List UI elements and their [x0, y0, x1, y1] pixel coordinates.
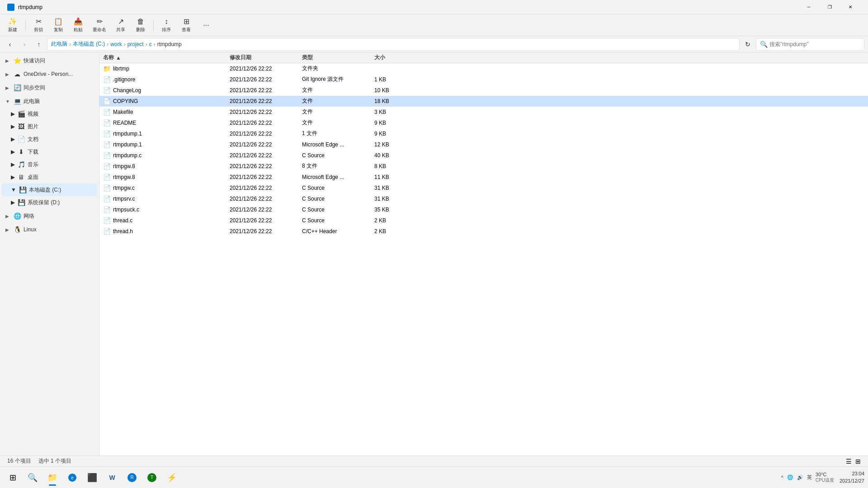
table-row[interactable]: 📄 rtmpgw.8 2021/12/26 22:22 Microsoft Ed… [99, 172, 868, 183]
sidebar-item-linux[interactable]: ▶ 🐧 Linux [2, 223, 97, 236]
table-row[interactable]: 📄 README 2021/12/26 22:22 文件 9 KB [99, 117, 868, 128]
col-header-name[interactable]: 名称 ▲ [99, 54, 226, 61]
file-date-cell: 2021/12/26 22:22 [226, 163, 298, 169]
table-row[interactable]: 📄 rtmpsrv.c 2021/12/26 22:22 C Source 31… [99, 193, 868, 204]
sidebar-group-linux: ▶ 🐧 Linux [0, 223, 99, 236]
sidebar-item-this-pc[interactable]: ▼ 💻 此电脑 [2, 95, 97, 108]
refresh-button[interactable]: ↻ [741, 38, 754, 51]
view-icon: ⊞ [184, 17, 189, 26]
expand-icon: ▶ [11, 161, 15, 168]
expand-icon: ▶ [11, 111, 15, 117]
table-row[interactable]: 📄 thread.c 2021/12/26 22:22 C Source 2 K… [99, 215, 868, 226]
sidebar-item-video[interactable]: ▶ 🎬 视频 [2, 108, 97, 120]
table-row[interactable]: 📄 COPYING 2021/12/26 22:22 文件 18 KB [99, 96, 868, 107]
sidebar-item-quick-access[interactable]: ▶ ⭐ 快速访问 [2, 54, 97, 67]
col-header-size[interactable]: 大小 [371, 54, 407, 61]
sidebar-label-video: 视频 [28, 110, 38, 118]
breadcrumb-local-disk[interactable]: 本地磁盘 (C:) [73, 40, 105, 48]
title-bar: rtmpdump ─ ❐ ✕ [0, 0, 868, 14]
table-row[interactable]: 📄 rtmpgw.c 2021/12/26 22:22 C Source 31 … [99, 183, 868, 193]
sidebar-item-network[interactable]: ▶ 🌐 网络 [2, 210, 97, 222]
taskbar-chevron[interactable]: ^ [781, 475, 783, 480]
table-row[interactable]: 📄 rtmpdump.1 2021/12/26 22:22 Microsoft … [99, 139, 868, 150]
sidebar-item-download[interactable]: ▶ ⬇ 下载 [2, 145, 97, 158]
expand-icon: ▶ [11, 136, 15, 142]
minimize-button[interactable]: ─ [798, 0, 819, 14]
expand-icon: ▼ [5, 99, 11, 104]
sidebar-item-picture[interactable]: ▶ 🖼 图片 [2, 120, 97, 133]
linux-icon: 🐧 [14, 226, 21, 233]
copy-button[interactable]: 📋 复制 [49, 16, 67, 34]
breadcrumb-c[interactable]: c [149, 41, 152, 47]
taskbar-app2[interactable]: T [143, 469, 161, 487]
sort-button[interactable]: ↕ 排序 [157, 16, 175, 34]
file-date-cell: 2021/12/26 22:22 [226, 66, 298, 72]
paste-button[interactable]: 📥 粘贴 [69, 16, 87, 34]
breadcrumb-work[interactable]: work [110, 41, 122, 47]
table-row[interactable]: 📄 rtmpdump.1 2021/12/26 22:22 1 文件 9 KB [99, 128, 868, 139]
rename-label: 重命名 [93, 27, 106, 33]
taskbar-word[interactable]: W [103, 469, 121, 487]
taskbar-clock[interactable]: 23:04 2021/12/27 [840, 470, 864, 484]
table-row[interactable]: 📄 rtmpsuck.c 2021/12/26 22:22 C Source 3… [99, 204, 868, 215]
forward-button[interactable]: › [18, 38, 31, 51]
table-row[interactable]: 📄 rtmpdump.c 2021/12/26 22:22 C Source 4… [99, 150, 868, 161]
file-name: rtmpgw.8 [113, 174, 135, 180]
more-button[interactable]: ··· [197, 16, 215, 34]
table-row[interactable]: 📄 rtmpgw.8 2021/12/26 22:22 8 文件 8 KB [99, 161, 868, 172]
table-row[interactable]: 📁 librtmp 2021/12/26 22:22 文件夹 [99, 63, 868, 74]
share-button[interactable]: ↗ 共享 [112, 16, 130, 34]
table-row[interactable]: 📄 .gitignore 2021/12/26 22:22 Git Ignore… [99, 74, 868, 85]
file-date-cell: 2021/12/26 22:22 [226, 152, 298, 159]
taskbar-terminal[interactable]: ⚡ [163, 469, 181, 487]
taskbar-cmd[interactable]: ⬛ [83, 469, 101, 487]
file-icon: 📄 [103, 163, 110, 170]
list-view-button[interactable]: ☰ [846, 458, 852, 465]
breadcrumb-project[interactable]: project [127, 41, 144, 47]
search-input[interactable] [769, 41, 860, 47]
expand-icon: ▶ [5, 227, 11, 232]
svg-text:e: e [71, 475, 74, 480]
cut-button[interactable]: ✂ 剪切 [29, 16, 47, 34]
back-button[interactable]: ‹ [4, 38, 16, 51]
file-type-cell: Microsoft Edge ... [298, 141, 371, 148]
sidebar-item-desktop[interactable]: ▶ 🖥 桌面 [2, 171, 97, 183]
taskbar-file-explorer[interactable]: 📁 [43, 469, 61, 487]
file-name: rtmpgw.8 [113, 163, 135, 169]
table-row[interactable]: 📄 Makefile 2021/12/26 22:22 文件 3 KB [99, 107, 868, 117]
desktop-icon: 🖥 [18, 174, 25, 181]
file-type-cell: Git Ignore 源文件 [298, 75, 371, 83]
table-row[interactable]: 📄 thread.h 2021/12/26 22:22 C/C++ Header… [99, 226, 868, 237]
up-button[interactable]: ↑ [33, 38, 45, 51]
start-button[interactable]: ⊞ [4, 469, 22, 487]
search-box: 🔍 [756, 38, 864, 51]
new-icon: ✨ [8, 17, 17, 26]
sidebar-item-local-disk-c[interactable]: ▼ 💾 本地磁盘 (C:) [2, 183, 97, 196]
table-row[interactable]: 📄 ChangeLog 2021/12/26 22:22 文件 10 KB [99, 85, 868, 96]
new-button[interactable]: ✨ 新建 [4, 16, 22, 34]
view-button[interactable]: ⊞ 查看 [177, 16, 195, 34]
sidebar-item-sync[interactable]: ▶ 🔄 同步空间 [2, 81, 97, 94]
detail-view-button[interactable]: ⊞ [855, 458, 861, 465]
taskbar-edge[interactable]: e [63, 469, 81, 487]
sidebar-item-music[interactable]: ▶ 🎵 音乐 [2, 158, 97, 171]
restore-button[interactable]: ❐ [819, 0, 840, 14]
taskbar-app1[interactable]: R [123, 469, 141, 487]
rename-button[interactable]: ✏ 重命名 [89, 16, 110, 34]
sidebar-item-system-reserve[interactable]: ▶ 💾 系统保留 (D:) [2, 196, 97, 209]
breadcrumb-this-pc[interactable]: 此电脑 [51, 40, 67, 48]
toolbar-sep-1 [25, 20, 26, 31]
col-header-date[interactable]: 修改日期 [226, 54, 298, 61]
delete-button[interactable]: 🗑 删除 [132, 16, 150, 34]
file-type-cell: 文件夹 [298, 65, 371, 72]
file-date-cell: 2021/12/26 22:22 [226, 109, 298, 115]
close-button[interactable]: ✕ [840, 0, 861, 14]
col-header-type[interactable]: 类型 [298, 54, 371, 61]
sidebar-group-quick-access: ▶ ⭐ 快速访问 [0, 54, 99, 67]
sort-label: 排序 [162, 27, 171, 33]
clock-date: 2021/12/27 [840, 478, 864, 484]
taskbar-search[interactable]: 🔍 [24, 469, 42, 487]
sidebar-item-onedrive[interactable]: ▶ ☁ OneDrive - Person... [2, 68, 97, 80]
file-name: rtmpsrv.c [113, 196, 135, 202]
sidebar-item-document[interactable]: ▶ 📄 文档 [2, 133, 97, 145]
